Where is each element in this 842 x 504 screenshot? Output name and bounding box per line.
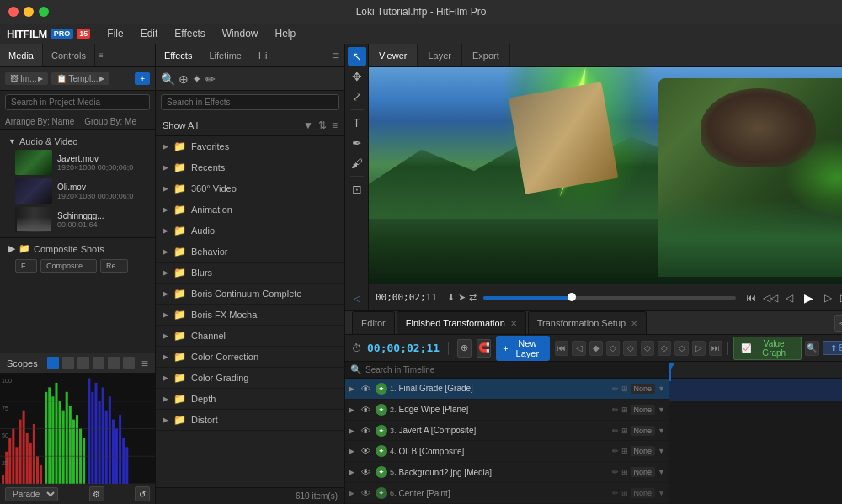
track-blend-dropdown[interactable]: ▼ (658, 468, 665, 476)
export-button[interactable]: ⬆ Export (823, 341, 842, 355)
select-tool-button[interactable]: ↖ (348, 47, 366, 66)
close-button[interactable] (8, 7, 19, 17)
play-button[interactable]: ▶ (801, 289, 818, 306)
audio-video-header[interactable]: ▼ Audio & Video (5, 135, 150, 148)
prev-frame-button[interactable]: ◁◁ (762, 289, 779, 306)
timeline-magnet-button[interactable]: 🧲 (477, 339, 491, 358)
scope-icon-2[interactable] (62, 357, 74, 369)
template-button[interactable]: 📋Templ... ▶ (51, 72, 109, 85)
composite-item[interactable]: F... (15, 259, 37, 273)
track-blend-dropdown[interactable]: ▼ (658, 385, 665, 393)
track-visibility-icon[interactable]: 👁 (361, 405, 373, 415)
color-tool-button[interactable]: ◁ (348, 289, 366, 307)
effect-group-header[interactable]: ▶ 📁 Color Correction (156, 347, 344, 367)
track-edit-icon[interactable]: ✏ (612, 385, 619, 393)
table-row[interactable]: ▶ 👁 ✦ 2. Edge Wipe [Plane] ✏ ⊞ None ▼ (345, 400, 669, 421)
tab-media[interactable]: Media (0, 44, 43, 66)
scope-icon-5[interactable] (108, 357, 120, 369)
track-visibility-icon[interactable]: 👁 (361, 426, 373, 436)
scope-icon-3[interactable] (77, 357, 89, 369)
effects-panel-menu-icon[interactable]: ≡ (328, 49, 344, 62)
track-blend-dropdown[interactable]: ▼ (658, 447, 665, 455)
list-item[interactable]: Oli.mov 1920×1080 00;00;06;0 (5, 177, 150, 205)
tab-close-icon[interactable]: ✕ (631, 319, 637, 328)
filter-icon-1[interactable]: ▼ (303, 119, 313, 131)
step-forward-button[interactable]: ▷ (820, 289, 837, 306)
track-blend-mode[interactable]: None (631, 488, 656, 498)
tl-nav-diamond-5[interactable]: ◇ (658, 341, 671, 356)
viewer-icon-3[interactable]: ⇄ (469, 292, 477, 303)
viewer-icon-2[interactable]: ➤ (458, 292, 466, 303)
scope-icon-4[interactable] (93, 357, 104, 369)
tab-effects[interactable]: Effects (156, 44, 200, 66)
maximize-button[interactable] (39, 7, 49, 17)
table-row[interactable]: ▶ 👁 ✦ 4. Oli B [Composite] ✏ ⊞ None ▼ (345, 441, 669, 462)
track-blend-mode[interactable]: None (631, 467, 656, 477)
track-visibility-icon[interactable]: 👁 (361, 384, 373, 394)
move-tool-button[interactable]: ✥ (348, 67, 366, 86)
track-blend-dropdown[interactable]: ▼ (658, 489, 665, 497)
effect-group-header[interactable]: ▶ 📁 Boris Continuum Complete (156, 284, 344, 304)
scope-icon-1[interactable] (47, 357, 59, 369)
composite-shots-header[interactable]: ▶ 📁 Composite Shots (5, 241, 150, 256)
track-visibility-icon[interactable]: 👁 (361, 488, 373, 498)
table-row[interactable]: ▶ 👁 ✦ 3. Javert A [Composite] ✏ ⊞ None ▼ (345, 421, 669, 442)
effects-tool-3[interactable]: ✦ (192, 72, 202, 86)
effects-tool-2[interactable]: ⊕ (179, 72, 189, 86)
track-visibility-icon[interactable]: 👁 (361, 446, 373, 456)
tab-transformation-setup[interactable]: Transformation Setup ✕ (528, 311, 647, 334)
viewer-icon-1[interactable]: ⬇ (447, 292, 455, 303)
table-row[interactable]: ▶ 👁 ✦ 5. Background2.jpg [Media] ✏ ⊞ Non… (345, 462, 669, 483)
track-edit-icon[interactable]: ✏ (612, 406, 619, 414)
menu-file[interactable]: File (100, 26, 130, 41)
effects-tool-4[interactable]: ✏ (205, 72, 216, 86)
tl-nav-diamond-1[interactable]: ◆ (589, 341, 603, 356)
track-blend-mode[interactable]: None (631, 426, 656, 436)
menu-help[interactable]: Help (268, 26, 302, 41)
crop-tool-button[interactable]: ⊡ (348, 180, 366, 199)
tab-export[interactable]: Export (462, 44, 510, 66)
menu-window[interactable]: Window (216, 26, 265, 41)
tab-controls[interactable]: Controls (43, 44, 95, 66)
track-blend-mode[interactable]: None (631, 446, 656, 456)
effect-group-header[interactable]: ▶ 📁 Behavior (156, 241, 344, 262)
minimize-button[interactable] (24, 7, 34, 17)
menu-effects[interactable]: Effects (168, 26, 211, 41)
tl-nav-diamond-6[interactable]: ◇ (674, 341, 688, 356)
scope-icon-6[interactable] (123, 357, 135, 369)
go-to-start-button[interactable]: ⏮ (743, 289, 759, 306)
timeline-snap-button[interactable]: ⊕ (457, 339, 472, 358)
effect-group-header[interactable]: ▶ 📁 Blurs (156, 263, 344, 283)
effect-group-header[interactable]: ▶ 📁 Favorites (156, 136, 344, 157)
track-edit-icon[interactable]: ✏ (612, 447, 619, 455)
effect-group-header[interactable]: ▶ 📁 Boris FX Mocha (156, 305, 344, 325)
tl-nav-end[interactable]: ⏭ (709, 341, 722, 356)
sort-icon[interactable]: ⇅ (318, 119, 327, 131)
composite-item[interactable]: Composite ... (40, 259, 97, 273)
scopes-menu-icon[interactable]: ≡ (141, 357, 148, 370)
text-tool-button[interactable]: T (348, 114, 366, 132)
tl-nav-diamond-2[interactable]: ◇ (606, 341, 620, 356)
tl-nav-diamond-3[interactable]: ◇ (623, 341, 637, 356)
effect-group-header[interactable]: ▶ 📁 Color Grading (156, 368, 344, 388)
tab-editor[interactable]: Editor (352, 311, 395, 334)
list-item[interactable]: Javert.mov 1920×1080 00;00;06;0 (5, 148, 150, 177)
scope-type-dropdown[interactable]: Parade (5, 487, 58, 501)
panel-menu-icon[interactable]: ≡ (99, 50, 104, 60)
step-back-button[interactable]: ◁ (781, 289, 798, 306)
new-layer-button[interactable]: + New Layer (496, 336, 550, 361)
viewer-progress-bar[interactable] (483, 296, 736, 300)
track-edit-icon[interactable]: ✏ (612, 489, 619, 497)
table-row[interactable]: ▶ 👁 ✦ 1. Final Grade [Grade] ✏ ⊞ None ▼ (345, 379, 669, 400)
effect-group-header[interactable]: ▶ 📁 Recents (156, 157, 344, 178)
timeline-prev-button[interactable]: ◁ (834, 315, 842, 332)
menu-edit[interactable]: Edit (134, 26, 165, 41)
track-blend-mode[interactable]: None (631, 384, 656, 394)
viewer-progress-handle[interactable] (568, 293, 576, 301)
effect-group-header[interactable]: ▶ 📁 Distort (156, 410, 344, 430)
table-row[interactable]: ▶ 👁 ✦ 6. Center [Paint] ✏ ⊞ None ▼ (345, 483, 669, 504)
paint-tool-button[interactable]: 🖌 (348, 154, 366, 172)
value-graph-button[interactable]: 📈 Value Graph (733, 337, 802, 360)
tab-hi[interactable]: Hi (250, 44, 275, 66)
tab-close-icon[interactable]: ✕ (510, 319, 517, 328)
